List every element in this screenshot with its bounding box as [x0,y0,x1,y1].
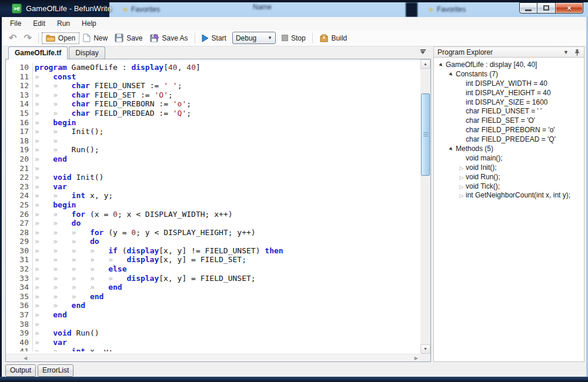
tree-item[interactable]: char FIELD_PREDEAD = 'Q' [434,135,584,144]
code-line[interactable]: 23»var [6,182,420,192]
tree-item[interactable]: int DISPLAY_WIDTH = 40 [434,79,584,88]
tab-errorlist[interactable]: ErrorList [38,364,74,377]
menu-item-edit[interactable]: Edit [28,18,50,29]
code-line[interactable]: 22»void Init() [6,173,420,182]
pin-icon[interactable] [574,49,580,56]
expander-closed-icon[interactable] [457,163,466,172]
tree-item[interactable]: char FIELD_UNSET = ' ' [434,106,584,116]
code-line[interactable]: 25»begin [6,200,420,210]
code-line[interactable]: 13»»char FIELD_SET := 'O'; [6,91,420,100]
maximize-button[interactable] [537,2,556,14]
horizontal-scrollbar[interactable]: ◀ ▶ [6,354,420,361]
save-button[interactable]: Save [111,32,146,43]
menu-item-help[interactable]: Help [77,18,101,29]
code-line[interactable]: 27»»do [6,219,420,228]
menu-item-file[interactable]: File [5,18,26,29]
scroll-down-button[interactable]: ▼ [420,344,430,354]
code-line[interactable]: 12»»char FIELD_UNSET := ' '; [6,81,420,91]
code-line[interactable]: 34»»»»end [6,283,420,292]
code-line[interactable]: 28»»»for (y = 0; y < DISPLAY_HEIGHT; y++… [6,228,420,237]
tab-output[interactable]: Output [5,364,36,377]
code-line[interactable]: 32»»»»else [6,264,420,274]
tree-item[interactable]: void Run(); [434,172,584,182]
save-as-button[interactable]: Save As [146,32,192,43]
code-line[interactable]: 37»end [6,310,420,320]
code-line[interactable]: 10program GameOfLife : display[40, 40] [6,63,420,72]
code-line[interactable]: 16»begin [6,118,420,128]
code-line[interactable]: 24»»int x, y; [6,191,420,200]
code-text: »begin [33,200,76,210]
code-line[interactable]: 11»const [6,72,420,82]
tree-item[interactable]: int DISPLAY_HEIGHT = 40 [434,88,584,98]
tree-item[interactable]: void main(); [434,153,584,163]
start-button[interactable]: Start [198,33,230,43]
code-line[interactable]: 15»»char FIELD_PREDEAD := 'Q'; [6,109,420,118]
line-number: 33 [6,274,33,283]
run-mode-select[interactable]: Debug ▼ [232,32,276,44]
stop-button[interactable]: Stop [278,33,309,43]
tree-item[interactable]: int DISPLAY_SIZE = 1600 [434,98,584,107]
window-client-area: FileEditRunHelp ↶ ↷ Open New Save Save A… [2,17,586,377]
line-number: 32 [6,264,33,274]
code-line[interactable]: 38» [6,320,420,329]
code-text-area[interactable]: 10program GameOfLife : display[40, 40]11… [6,59,420,354]
redo-button[interactable]: ↷ [20,33,35,43]
scroll-right-button[interactable]: ▶ [415,355,418,361]
tab-gameoflife-tf[interactable]: GameOfLife.tf [8,46,68,59]
code-line[interactable]: 36»»end [6,301,420,310]
line-number: 40 [6,338,33,347]
menu-item-run[interactable]: Run [52,18,75,29]
code-text: » [33,164,53,173]
expander-closed-icon[interactable] [457,173,466,181]
code-line[interactable]: 39»void Run() [6,329,420,338]
tree-item[interactable]: void Tick(); [434,182,584,191]
open-button[interactable]: Open [42,32,79,44]
expander-open-icon[interactable] [447,145,456,153]
tree-item[interactable]: void Init(); [434,163,584,172]
scroll-left-button[interactable]: ◀ [24,355,27,361]
scroll-up-button[interactable]: ▲ [420,59,430,69]
tab-list-button[interactable] [419,49,426,54]
code-line[interactable]: 17»»Init(); [6,127,420,136]
code-line[interactable]: 41»»int x, y; [6,347,420,351]
tree-item[interactable]: char FIELD_SET = 'O' [434,116,584,125]
tree-item[interactable]: char FIELD_PREBORN = 'o' [434,125,584,135]
star-icon: ★ [122,6,128,14]
line-number: 27 [6,219,33,228]
code-text: »»»»»display[x, y] = FIELD_SET; [33,255,246,264]
bottom-tab-bar: Output ErrorList [5,364,75,377]
vertical-scrollbar[interactable]: ▲ ▼ [420,59,430,354]
build-button[interactable]: Build [316,33,351,43]
code-line[interactable]: 29»»»do [6,237,420,246]
close-button[interactable]: × [556,2,583,14]
code-line[interactable]: 19»»Run(); [6,145,420,155]
tree-item[interactable]: Methods (5) [434,144,584,153]
code-line[interactable]: 31»»»»»display[x, y] = FIELD_SET; [6,255,420,264]
tree-item[interactable]: int GetNeighborCount(int x, int y); [434,190,584,200]
expander-closed-icon[interactable] [457,191,466,199]
tree-item[interactable]: GameOfLife : display [40, 40] [434,60,584,69]
expander-open-icon[interactable] [437,61,446,69]
expander-open-icon[interactable] [447,70,456,78]
expander-closed-icon[interactable] [457,182,466,190]
tab-display[interactable]: Display [69,46,105,59]
scrollbar-thumb[interactable] [421,93,430,176]
code-line[interactable]: 20»end [6,155,420,164]
code-line[interactable]: 30»»»»if (display[x, y] != FIELD_UNSET) … [6,246,420,256]
code-line[interactable]: 18»» [6,136,420,146]
program-explorer-panel: Program Explorer ▼ GameOfLife : display … [433,46,584,362]
code-line[interactable]: 26»»for (x = 0; x < DISPLAY_WIDTH; x++) [6,210,420,219]
line-number: 30 [6,246,33,256]
code-line[interactable]: 14»»char FIELD_PREBORN := 'o'; [6,99,420,109]
tree-item[interactable]: Constants (7) [434,69,584,79]
new-button[interactable]: New [79,32,111,43]
code-line[interactable]: 40»var [6,338,420,347]
minimize-button[interactable] [519,2,537,14]
code-line[interactable]: 21» [6,164,420,173]
line-number: 18 [6,136,33,146]
code-line[interactable]: 35»»»end [6,292,420,301]
package-icon [319,34,329,42]
code-line[interactable]: 33»»»»»display[x, y] = FIELD_UNSET; [6,274,420,283]
undo-button[interactable]: ↶ [5,33,20,43]
panel-menu-button[interactable]: ▼ [563,49,569,55]
